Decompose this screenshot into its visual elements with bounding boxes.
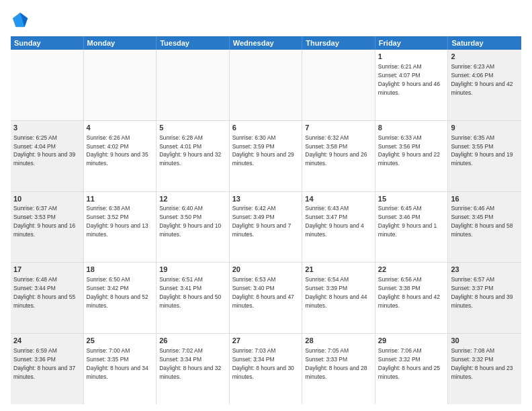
calendar-cell: 18Sunrise: 6:50 AM Sunset: 3:42 PM Dayli… xyxy=(84,263,157,333)
calendar-cell: 23Sunrise: 6:57 AM Sunset: 3:37 PM Dayli… xyxy=(448,263,521,333)
day-number: 28 xyxy=(305,336,372,346)
calendar-cell: 5Sunrise: 6:28 AM Sunset: 4:01 PM Daylig… xyxy=(157,121,230,191)
cell-sun-info: Sunrise: 6:57 AM Sunset: 3:37 PM Dayligh… xyxy=(451,276,515,309)
calendar-cell: 19Sunrise: 6:51 AM Sunset: 3:41 PM Dayli… xyxy=(157,263,230,333)
day-number: 24 xyxy=(13,336,81,346)
cell-sun-info: Sunrise: 6:37 AM Sunset: 3:53 PM Dayligh… xyxy=(13,205,77,238)
day-number: 23 xyxy=(451,265,519,275)
day-number: 10 xyxy=(13,194,81,204)
calendar-cell: 28Sunrise: 7:05 AM Sunset: 3:33 PM Dayli… xyxy=(302,334,375,404)
calendar-week-row: 1Sunrise: 6:21 AM Sunset: 4:07 PM Daylig… xyxy=(11,50,521,121)
calendar-cell: 29Sunrise: 7:06 AM Sunset: 3:32 PM Dayli… xyxy=(375,334,449,404)
cell-sun-info: Sunrise: 6:23 AM Sunset: 4:06 PM Dayligh… xyxy=(451,63,515,96)
cell-sun-info: Sunrise: 6:25 AM Sunset: 4:04 PM Dayligh… xyxy=(13,134,77,167)
calendar-cell: 21Sunrise: 6:54 AM Sunset: 3:39 PM Dayli… xyxy=(302,263,375,333)
calendar-cell: 30Sunrise: 7:08 AM Sunset: 3:32 PM Dayli… xyxy=(448,334,521,404)
day-number: 14 xyxy=(305,194,372,204)
day-number: 17 xyxy=(13,265,81,275)
page: SundayMondayTuesdayWednesdayThursdayFrid… xyxy=(0,0,532,411)
cell-sun-info: Sunrise: 6:48 AM Sunset: 3:44 PM Dayligh… xyxy=(13,276,77,309)
day-number: 25 xyxy=(87,336,154,346)
day-number: 29 xyxy=(378,336,445,346)
calendar-cell xyxy=(230,50,303,120)
calendar-cell: 25Sunrise: 7:00 AM Sunset: 3:35 PM Dayli… xyxy=(84,334,157,404)
day-number: 27 xyxy=(232,336,300,346)
calendar-cell: 14Sunrise: 6:43 AM Sunset: 3:47 PM Dayli… xyxy=(302,192,375,263)
calendar-header-cell: Wednesday xyxy=(230,36,303,50)
calendar-cell: 4Sunrise: 6:26 AM Sunset: 4:02 PM Daylig… xyxy=(84,121,157,191)
calendar-cell: 2Sunrise: 6:23 AM Sunset: 4:06 PM Daylig… xyxy=(448,50,521,120)
cell-sun-info: Sunrise: 7:06 AM Sunset: 3:32 PM Dayligh… xyxy=(378,347,442,380)
calendar-week-row: 24Sunrise: 6:59 AM Sunset: 3:36 PM Dayli… xyxy=(11,334,521,404)
cell-sun-info: Sunrise: 6:28 AM Sunset: 4:01 PM Dayligh… xyxy=(159,134,223,167)
day-number: 12 xyxy=(159,194,226,204)
calendar-cell: 24Sunrise: 6:59 AM Sunset: 3:36 PM Dayli… xyxy=(11,334,84,404)
cell-sun-info: Sunrise: 6:35 AM Sunset: 3:55 PM Dayligh… xyxy=(451,134,515,167)
calendar: SundayMondayTuesdayWednesdayThursdayFrid… xyxy=(11,36,521,404)
day-number: 9 xyxy=(451,123,519,133)
cell-sun-info: Sunrise: 7:05 AM Sunset: 3:33 PM Dayligh… xyxy=(305,347,369,380)
cell-sun-info: Sunrise: 6:59 AM Sunset: 3:36 PM Dayligh… xyxy=(13,347,77,380)
day-number: 30 xyxy=(451,336,519,346)
calendar-header-cell: Thursday xyxy=(302,36,375,50)
calendar-cell: 6Sunrise: 6:30 AM Sunset: 3:59 PM Daylig… xyxy=(230,121,303,191)
calendar-cell xyxy=(11,50,84,120)
cell-sun-info: Sunrise: 7:03 AM Sunset: 3:34 PM Dayligh… xyxy=(232,347,296,380)
calendar-cell: 27Sunrise: 7:03 AM Sunset: 3:34 PM Dayli… xyxy=(230,334,303,404)
calendar-cell: 20Sunrise: 6:53 AM Sunset: 3:40 PM Dayli… xyxy=(230,263,303,333)
cell-sun-info: Sunrise: 6:42 AM Sunset: 3:49 PM Dayligh… xyxy=(232,205,293,238)
calendar-header-cell: Tuesday xyxy=(157,36,230,50)
calendar-cell: 1Sunrise: 6:21 AM Sunset: 4:07 PM Daylig… xyxy=(375,50,449,120)
calendar-cell: 9Sunrise: 6:35 AM Sunset: 3:55 PM Daylig… xyxy=(448,121,521,191)
calendar-cell: 3Sunrise: 6:25 AM Sunset: 4:04 PM Daylig… xyxy=(11,121,84,191)
calendar-cell: 7Sunrise: 6:32 AM Sunset: 3:58 PM Daylig… xyxy=(302,121,375,191)
cell-sun-info: Sunrise: 6:53 AM Sunset: 3:40 PM Dayligh… xyxy=(232,276,296,309)
day-number: 13 xyxy=(232,194,300,204)
cell-sun-info: Sunrise: 6:32 AM Sunset: 3:58 PM Dayligh… xyxy=(305,134,369,167)
calendar-header-cell: Saturday xyxy=(448,36,521,50)
header xyxy=(11,11,521,30)
calendar-week-row: 17Sunrise: 6:48 AM Sunset: 3:44 PM Dayli… xyxy=(11,263,521,334)
day-number: 2 xyxy=(451,52,519,62)
cell-sun-info: Sunrise: 6:26 AM Sunset: 4:02 PM Dayligh… xyxy=(87,134,150,167)
day-number: 22 xyxy=(378,265,445,275)
calendar-cell: 17Sunrise: 6:48 AM Sunset: 3:44 PM Dayli… xyxy=(11,263,84,333)
logo xyxy=(11,11,32,30)
calendar-cell: 10Sunrise: 6:37 AM Sunset: 3:53 PM Dayli… xyxy=(11,192,84,263)
calendar-cell xyxy=(84,50,157,120)
calendar-cell: 12Sunrise: 6:40 AM Sunset: 3:50 PM Dayli… xyxy=(157,192,230,263)
cell-sun-info: Sunrise: 6:33 AM Sunset: 3:56 PM Dayligh… xyxy=(378,134,442,167)
cell-sun-info: Sunrise: 6:56 AM Sunset: 3:38 PM Dayligh… xyxy=(378,276,442,309)
calendar-cell: 26Sunrise: 7:02 AM Sunset: 3:34 PM Dayli… xyxy=(157,334,230,404)
calendar-header-row: SundayMondayTuesdayWednesdayThursdayFrid… xyxy=(11,36,521,50)
cell-sun-info: Sunrise: 7:02 AM Sunset: 3:34 PM Dayligh… xyxy=(159,347,223,380)
cell-sun-info: Sunrise: 7:00 AM Sunset: 3:35 PM Dayligh… xyxy=(87,347,150,380)
calendar-cell: 15Sunrise: 6:45 AM Sunset: 3:46 PM Dayli… xyxy=(375,192,449,263)
calendar-header-cell: Sunday xyxy=(11,36,84,50)
cell-sun-info: Sunrise: 6:38 AM Sunset: 3:52 PM Dayligh… xyxy=(87,205,150,238)
day-number: 26 xyxy=(159,336,226,346)
cell-sun-info: Sunrise: 6:30 AM Sunset: 3:59 PM Dayligh… xyxy=(232,134,296,167)
day-number: 21 xyxy=(305,265,372,275)
calendar-cell xyxy=(157,50,230,120)
calendar-cell: 8Sunrise: 6:33 AM Sunset: 3:56 PM Daylig… xyxy=(375,121,449,191)
calendar-cell: 16Sunrise: 6:46 AM Sunset: 3:45 PM Dayli… xyxy=(448,192,521,263)
cell-sun-info: Sunrise: 6:51 AM Sunset: 3:41 PM Dayligh… xyxy=(159,276,223,309)
day-number: 16 xyxy=(451,194,519,204)
cell-sun-info: Sunrise: 6:21 AM Sunset: 4:07 PM Dayligh… xyxy=(378,63,442,96)
day-number: 11 xyxy=(87,194,154,204)
day-number: 1 xyxy=(378,52,445,62)
day-number: 19 xyxy=(159,265,226,275)
calendar-cell: 22Sunrise: 6:56 AM Sunset: 3:38 PM Dayli… xyxy=(375,263,449,333)
calendar-week-row: 3Sunrise: 6:25 AM Sunset: 4:04 PM Daylig… xyxy=(11,121,521,192)
calendar-cell xyxy=(302,50,375,120)
cell-sun-info: Sunrise: 6:46 AM Sunset: 3:45 PM Dayligh… xyxy=(451,205,515,238)
day-number: 20 xyxy=(232,265,300,275)
day-number: 18 xyxy=(87,265,154,275)
cell-sun-info: Sunrise: 6:45 AM Sunset: 3:46 PM Dayligh… xyxy=(378,205,439,238)
day-number: 7 xyxy=(305,123,372,133)
calendar-cell: 11Sunrise: 6:38 AM Sunset: 3:52 PM Dayli… xyxy=(84,192,157,263)
calendar-week-row: 10Sunrise: 6:37 AM Sunset: 3:53 PM Dayli… xyxy=(11,192,521,263)
calendar-header-cell: Monday xyxy=(84,36,157,50)
cell-sun-info: Sunrise: 6:43 AM Sunset: 3:47 PM Dayligh… xyxy=(305,205,365,238)
